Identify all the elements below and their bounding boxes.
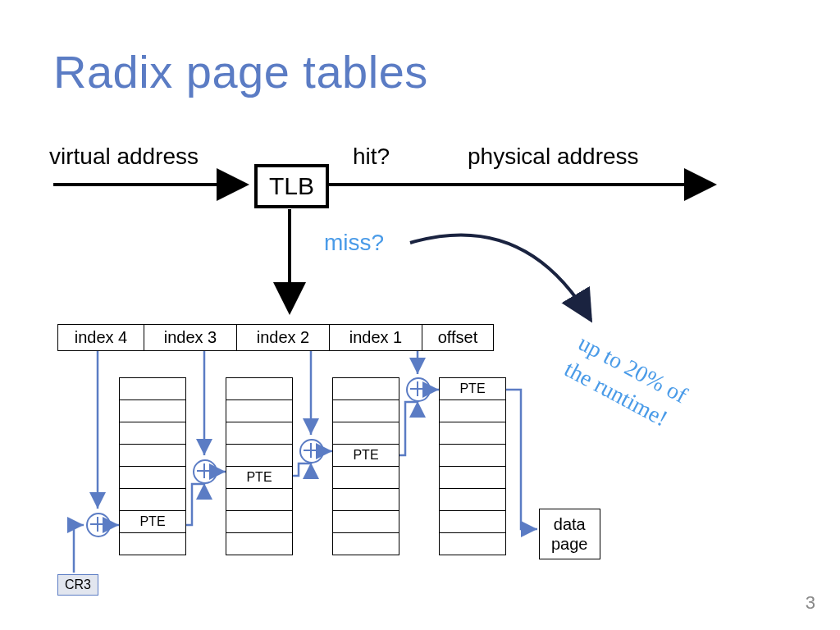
table-col-4: PTE bbox=[439, 377, 506, 555]
cr3-register: CR3 bbox=[57, 574, 98, 596]
slide-title: Radix page tables bbox=[53, 45, 428, 98]
data-page-box: datapage bbox=[539, 509, 600, 559]
adder-icon bbox=[193, 459, 217, 484]
physical-address-label: physical address bbox=[468, 144, 639, 170]
pte-label: PTE bbox=[226, 467, 292, 489]
index-cell-2: index 2 bbox=[237, 325, 330, 350]
index-cell-offset: offset bbox=[422, 325, 493, 350]
miss-label: miss? bbox=[324, 230, 384, 256]
adder-icon bbox=[299, 439, 324, 463]
annotation-runtime: up to 20% of the runtime! bbox=[559, 328, 692, 437]
pte-label: PTE bbox=[333, 445, 399, 467]
tlb-box: TLB bbox=[254, 164, 329, 208]
virtual-address-label: virtual address bbox=[49, 144, 199, 170]
pte-label: PTE bbox=[440, 378, 505, 400]
table-col-1: PTE bbox=[119, 377, 186, 555]
index-cell-1: index 1 bbox=[330, 325, 422, 350]
adder-icon bbox=[86, 513, 111, 537]
index-bar: index 4 index 3 index 2 index 1 offset bbox=[57, 324, 494, 351]
pte-label: PTE bbox=[120, 511, 185, 533]
table-col-3: PTE bbox=[332, 377, 399, 555]
hit-label: hit? bbox=[353, 144, 390, 170]
table-col-2: PTE bbox=[226, 377, 293, 555]
index-cell-3: index 3 bbox=[144, 325, 237, 350]
adder-icon bbox=[406, 377, 431, 402]
page-number: 3 bbox=[806, 592, 815, 614]
index-cell-4: index 4 bbox=[58, 325, 144, 350]
